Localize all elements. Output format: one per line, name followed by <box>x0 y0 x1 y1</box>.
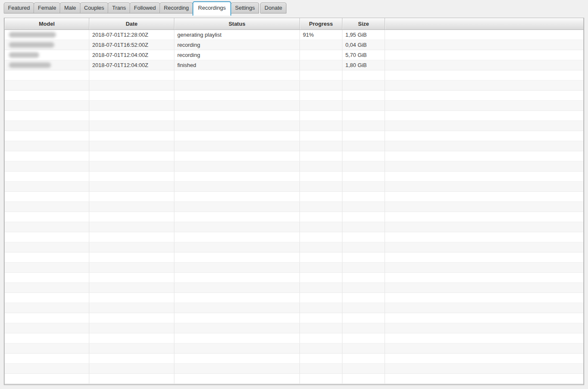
empty-cell-model <box>5 293 89 303</box>
empty-cell-model <box>5 273 89 282</box>
empty-cell-size <box>342 303 385 313</box>
column-header-size[interactable]: Size <box>342 18 385 30</box>
empty-cell-status <box>174 141 300 151</box>
empty-cell-progress <box>300 263 342 272</box>
empty-cell-filler <box>385 141 583 151</box>
empty-cell-date <box>89 323 174 333</box>
empty-cell-status <box>174 283 300 292</box>
empty-table-row <box>5 182 583 192</box>
empty-cell-size <box>342 263 385 272</box>
empty-cell-size <box>342 323 385 333</box>
table-row[interactable]: 2018-07-01T12:04:00Z finished 1,80 GiB <box>5 60 583 70</box>
empty-cell-model <box>5 232 89 242</box>
cell-size: 1,80 GiB <box>342 60 385 70</box>
empty-cell-size <box>342 313 385 323</box>
empty-cell-date <box>89 232 174 242</box>
empty-cell-status <box>174 91 300 100</box>
cell-filler <box>385 30 583 40</box>
empty-cell-status <box>174 232 300 242</box>
empty-cell-filler <box>385 374 583 384</box>
empty-cell-progress <box>300 70 342 80</box>
model-name-redacted <box>9 42 54 48</box>
empty-cell-filler <box>385 343 583 353</box>
empty-cell-progress <box>300 343 342 353</box>
empty-cell-progress <box>300 333 342 343</box>
empty-cell-progress <box>300 172 342 181</box>
empty-cell-progress <box>300 364 342 373</box>
empty-cell-progress <box>300 101 342 110</box>
tab-bar: Featured Female Male Couples Trans Follo… <box>0 0 588 18</box>
empty-cell-size <box>342 242 385 252</box>
empty-cell-filler <box>385 161 583 171</box>
cell-filler <box>385 40 583 50</box>
empty-cell-model <box>5 354 89 363</box>
tab-featured[interactable]: Featured <box>4 3 34 13</box>
empty-table-row <box>5 333 583 343</box>
empty-table-row <box>5 70 583 80</box>
empty-cell-progress <box>300 202 342 212</box>
column-header-filler <box>385 18 583 30</box>
tab-trans[interactable]: Trans <box>108 3 130 13</box>
table-row[interactable]: 2018-07-01T12:28:00Z generating playlist… <box>5 30 583 40</box>
empty-cell-status <box>174 222 300 232</box>
tab-donate[interactable]: Donate <box>260 3 286 13</box>
empty-cell-date <box>89 354 174 363</box>
empty-cell-model <box>5 374 89 384</box>
column-header-date[interactable]: Date <box>89 18 174 30</box>
cell-progress <box>300 50 342 60</box>
table-row[interactable]: 2018-07-01T16:52:00Z recording 0,04 GiB <box>5 40 583 50</box>
tab-settings[interactable]: Settings <box>231 3 259 13</box>
empty-cell-model <box>5 172 89 181</box>
empty-cell-model <box>5 161 89 171</box>
tab-female[interactable]: Female <box>34 3 60 13</box>
table-row[interactable]: 2018-07-01T12:04:00Z recording 5,70 GiB <box>5 50 583 60</box>
model-name-redacted <box>9 52 39 58</box>
tab-couples[interactable]: Couples <box>80 3 109 13</box>
column-header-status[interactable]: Status <box>174 18 300 30</box>
empty-cell-model <box>5 131 89 141</box>
column-header-progress[interactable]: Progress <box>300 18 342 30</box>
empty-table-row <box>5 172 583 182</box>
cell-filler <box>385 60 583 70</box>
empty-table-row <box>5 101 583 111</box>
empty-cell-progress <box>300 283 342 292</box>
tab-followed[interactable]: Followed <box>130 3 160 13</box>
model-name-redacted <box>9 62 51 68</box>
tab-recording[interactable]: Recording <box>160 3 193 13</box>
empty-cell-date <box>89 263 174 272</box>
empty-cell-progress <box>300 313 342 323</box>
empty-cell-status <box>174 354 300 363</box>
column-header-model[interactable]: Model <box>5 18 89 30</box>
model-name-redacted <box>9 32 56 38</box>
tab-male[interactable]: Male <box>60 3 80 13</box>
empty-cell-progress <box>300 111 342 121</box>
empty-cell-progress <box>300 242 342 252</box>
empty-cell-date <box>89 343 174 353</box>
empty-cell-model <box>5 80 89 90</box>
empty-cell-filler <box>385 364 583 373</box>
empty-cell-status <box>174 263 300 272</box>
empty-cell-model <box>5 202 89 212</box>
empty-cell-date <box>89 374 174 384</box>
empty-table-row <box>5 80 583 91</box>
empty-cell-size <box>342 111 385 121</box>
empty-table-row <box>5 111 583 121</box>
cell-model <box>5 30 89 40</box>
empty-cell-size <box>342 252 385 262</box>
empty-cell-status <box>174 111 300 121</box>
empty-cell-model <box>5 313 89 323</box>
cell-progress <box>300 40 342 50</box>
empty-cell-filler <box>385 242 583 252</box>
empty-cell-status <box>174 131 300 141</box>
empty-cell-status <box>174 182 300 191</box>
empty-cell-filler <box>385 303 583 313</box>
empty-cell-size <box>342 212 385 222</box>
cell-date: 2018-07-01T16:52:00Z <box>89 40 174 50</box>
empty-cell-size <box>342 222 385 232</box>
empty-cell-size <box>342 131 385 141</box>
empty-cell-progress <box>300 121 342 131</box>
empty-cell-status <box>174 161 300 171</box>
tab-recordings[interactable]: Recordings <box>192 1 231 16</box>
empty-cell-status <box>174 151 300 161</box>
empty-cell-filler <box>385 313 583 323</box>
